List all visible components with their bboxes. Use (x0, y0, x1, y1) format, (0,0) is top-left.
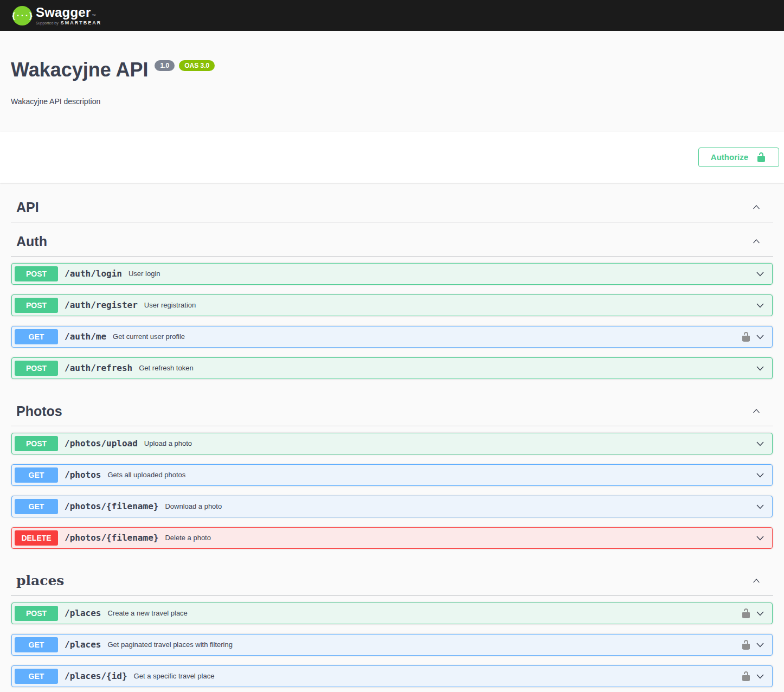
brand-wordmark: Swagger (36, 6, 91, 19)
scheme-container: Authorize (0, 132, 784, 183)
chevron-down-icon (755, 639, 766, 650)
chevron-down-icon (755, 671, 766, 682)
endpoint-path: /places/{id} (65, 671, 127, 681)
chevron-down-icon (755, 608, 766, 619)
chevron-up-icon (751, 576, 761, 586)
operation-row[interactable]: POST /auth/refresh Get refresh token (11, 357, 773, 379)
endpoint-summary: Delete a photo (165, 534, 211, 542)
supported-by-label: Supported by (36, 21, 59, 25)
trademark-mark: ™ (92, 14, 95, 17)
endpoint-summary: Create a new travel place (107, 609, 187, 617)
operation-row[interactable]: GET /photos/{filename} Download a photo (11, 496, 773, 517)
endpoint-path: /places (65, 639, 101, 650)
method-badge: POST (15, 266, 58, 281)
tag-title: API (16, 199, 39, 215)
tag-header[interactable]: API (11, 190, 773, 222)
tag-header[interactable]: places (11, 564, 773, 596)
tag-header[interactable]: Auth (11, 225, 773, 257)
endpoint-path: /auth/me (65, 331, 106, 342)
operations-list: POST /photos/upload Upload a photo GET /… (11, 426, 773, 562)
auth-lock-button[interactable] (741, 639, 751, 650)
page-title: Wakacyjne API (11, 59, 148, 81)
lock-icon (741, 608, 751, 619)
tag-section: places POST /places Create a new travel … (11, 564, 773, 692)
endpoint-path: /auth/refresh (65, 363, 132, 373)
topbar: {···} Swagger ™ Supported by SMARTBEAR (0, 0, 784, 31)
method-badge: GET (15, 499, 58, 514)
smartbear-wordmark: SMARTBEAR (61, 21, 102, 25)
operation-row[interactable]: GET /photos Gets all uploaded photos (11, 464, 773, 486)
lock-icon (741, 671, 751, 682)
endpoint-path: /places (65, 608, 101, 618)
method-badge: DELETE (15, 530, 58, 546)
chevron-up-icon (751, 202, 761, 212)
chevron-down-icon (755, 533, 766, 543)
tag-title: Auth (16, 233, 47, 249)
operation-row[interactable]: POST /places Create a new travel place (11, 603, 773, 624)
operation-row[interactable]: POST /photos/upload Upload a photo (11, 433, 773, 454)
method-badge: GET (15, 329, 58, 344)
method-badge: POST (15, 606, 58, 621)
tag-section: API (11, 190, 773, 222)
endpoint-summary: Get refresh token (139, 364, 193, 372)
tag-header[interactable]: Photos (11, 394, 773, 426)
endpoint-summary: Get current user profile (113, 332, 185, 341)
endpoint-summary: Upload a photo (144, 439, 192, 447)
method-badge: POST (15, 298, 58, 313)
unlock-icon (756, 152, 767, 163)
chevron-up-icon (751, 236, 761, 246)
endpoint-summary: Gets all uploaded photos (107, 471, 185, 479)
auth-lock-button[interactable] (741, 671, 751, 682)
endpoint-summary: Get a specific travel place (134, 672, 215, 680)
api-info-section: Wakacyjne API 1.0 OAS 3.0 Wakacyjne API … (0, 31, 784, 132)
operations-wrapper: API Auth POST /auth/login User login POS… (0, 183, 784, 692)
operation-row[interactable]: GET /places/{id} Get a specific travel p… (11, 665, 773, 687)
logo-braces-glyph: {···} (12, 12, 33, 20)
operation-row[interactable]: GET /auth/me Get current user profile (11, 326, 773, 348)
auth-lock-button[interactable] (741, 331, 751, 342)
method-badge: POST (15, 361, 58, 376)
chevron-down-icon (755, 438, 766, 449)
operation-row[interactable]: DELETE /photos/{filename} Delete a photo (11, 527, 773, 549)
operations-list: POST /auth/login User login POST /auth/r… (11, 257, 773, 392)
endpoint-path: /photos/{filename} (65, 533, 158, 543)
tag-section: Auth POST /auth/login User login POST /a… (11, 225, 773, 392)
api-description: Wakacyjne API description (11, 97, 773, 106)
method-badge: GET (15, 637, 58, 652)
authorize-button[interactable]: Authorize (698, 148, 779, 167)
lock-icon (741, 331, 751, 342)
chevron-down-icon (755, 363, 766, 374)
swagger-logo-icon: {···} (12, 5, 33, 26)
endpoint-path: /auth/login (65, 268, 122, 279)
operations-list: POST /places Create a new travel place G… (11, 596, 773, 692)
chevron-up-icon (751, 406, 761, 416)
endpoint-summary: Download a photo (165, 502, 222, 510)
chevron-down-icon (755, 501, 766, 512)
chevron-down-icon (755, 300, 766, 311)
operation-row[interactable]: POST /auth/login User login (11, 263, 773, 285)
operation-row[interactable]: POST /auth/register User registration (11, 294, 773, 316)
method-badge: GET (15, 669, 58, 684)
chevron-down-icon (755, 268, 766, 279)
endpoint-path: /photos (65, 470, 101, 480)
method-badge: POST (15, 436, 58, 451)
endpoint-path: /photos/upload (65, 438, 138, 448)
lock-icon (741, 639, 751, 650)
tag-title: places (16, 573, 64, 589)
tag-section: Photos POST /photos/upload Upload a phot… (11, 394, 773, 562)
tag-title: Photos (16, 403, 62, 419)
operation-row[interactable]: GET /places Get paginated travel places … (11, 634, 773, 656)
method-badge: GET (15, 467, 58, 483)
version-badge: 1.0 (155, 60, 175, 71)
endpoint-path: /photos/{filename} (65, 501, 158, 511)
chevron-down-icon (755, 470, 766, 480)
authorize-label: Authorize (711, 152, 748, 162)
oas-badge: OAS 3.0 (179, 60, 215, 71)
swagger-logo-link[interactable]: {···} Swagger ™ Supported by SMARTBEAR (12, 5, 101, 26)
endpoint-summary: Get paginated travel places with filteri… (107, 640, 233, 649)
endpoint-path: /auth/register (65, 300, 138, 310)
auth-lock-button[interactable] (741, 608, 751, 619)
endpoint-summary: User login (128, 270, 160, 278)
chevron-down-icon (755, 331, 766, 342)
endpoint-summary: User registration (144, 301, 196, 309)
